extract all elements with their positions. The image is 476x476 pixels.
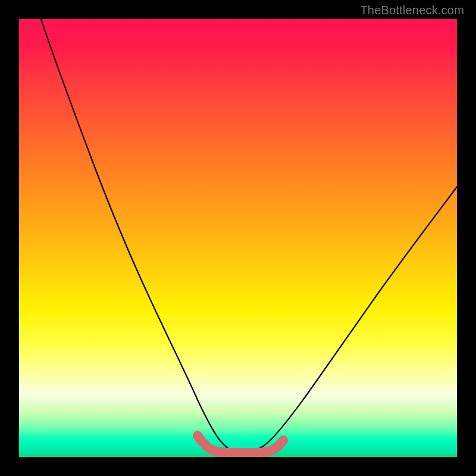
bottleneck-curve [41, 19, 457, 450]
highlight-band [198, 436, 283, 453]
plot-area [19, 19, 457, 457]
watermark-text: TheBottleneck.com [360, 4, 464, 17]
chart-frame: TheBottleneck.com [0, 0, 476, 476]
curve-svg [19, 19, 457, 457]
